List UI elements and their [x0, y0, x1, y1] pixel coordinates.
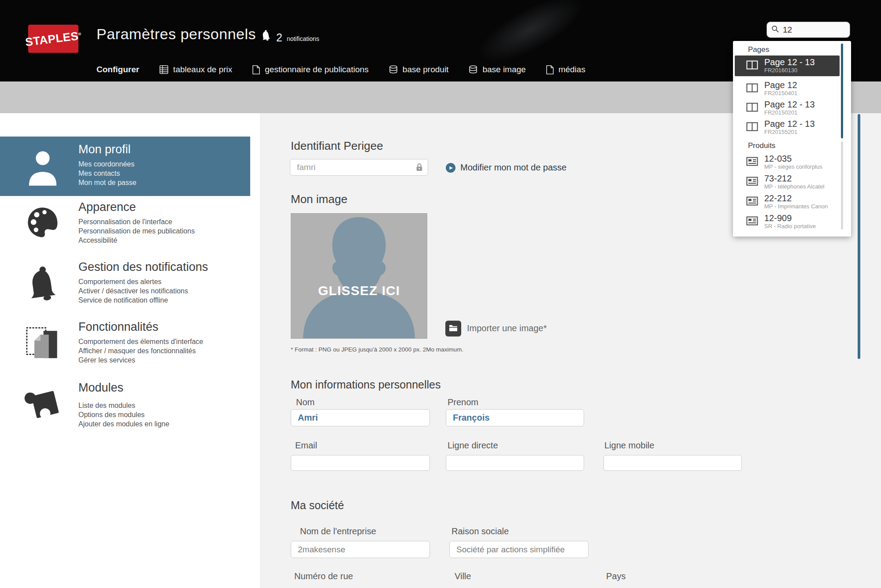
- search-result-product[interactable]: 12-035MP - sièges conforplus: [735, 152, 840, 172]
- dropzone-label: GLISSEZ ICI: [291, 283, 427, 298]
- nom-input[interactable]: [291, 409, 430, 426]
- avatar-silhouette: [295, 213, 423, 339]
- raison-sociale-label: Raison sociale: [452, 526, 509, 536]
- search-result-product[interactable]: 22-212MP - Imprimantes Canon: [735, 192, 840, 211]
- page: STAPLES® Paramètres personnels 2 notific…: [0, 0, 881, 588]
- prenom-input[interactable]: [446, 409, 584, 426]
- ligne-directe-input[interactable]: [446, 455, 584, 471]
- lock-icon: [415, 163, 423, 174]
- product-card-icon: [746, 196, 758, 207]
- identifiant-input[interactable]: [290, 159, 428, 176]
- prenom-label: Prenom: [448, 397, 478, 407]
- import-image-label[interactable]: Importer une image*: [467, 323, 547, 333]
- search-result-page[interactable]: Page 12FR20150401: [735, 79, 840, 98]
- email-label: Email: [295, 440, 317, 451]
- product-card-icon: [746, 177, 758, 188]
- ligne-mobile-input[interactable]: [603, 455, 742, 471]
- dropdown-section-produits: Produits: [748, 141, 775, 150]
- entreprise-input[interactable]: [291, 541, 430, 558]
- raison-sociale-input[interactable]: [449, 541, 589, 558]
- image-heading: Mon image: [291, 192, 348, 206]
- numero-rue-label: Numéro de rue: [294, 571, 353, 581]
- identifiant-heading: Identifiant Perigee: [291, 139, 383, 153]
- entreprise-label: Nom de l'entreprise: [300, 526, 376, 536]
- dropdown-scrollbar-thumb[interactable]: [841, 44, 843, 138]
- email-input[interactable]: [291, 455, 430, 471]
- page-spread-icon: [746, 103, 758, 114]
- folder-icon: [449, 324, 458, 333]
- ligne-mobile-label: Ligne mobile: [604, 440, 654, 451]
- identifiant-field: [290, 159, 428, 176]
- ville-label: Ville: [455, 571, 471, 581]
- search-result-page[interactable]: Page 12 - 13FR20150201: [735, 98, 840, 118]
- dropdown-scrollbar-track: [841, 141, 843, 229]
- pays-label: Pays: [606, 571, 626, 581]
- page-spread-icon: [746, 83, 758, 94]
- company-heading: Ma société: [291, 499, 344, 512]
- search-result-product[interactable]: 73-212MP - téléphones Alcatel: [735, 172, 840, 192]
- product-card-icon: [746, 157, 758, 168]
- import-image-button[interactable]: [445, 321, 461, 337]
- page-spread-icon: [746, 122, 758, 133]
- personal-info-heading: Mon informations personnelles: [291, 378, 440, 391]
- search-result-page[interactable]: Page 12 - 13FR20155201: [735, 118, 840, 137]
- product-card-icon: [746, 216, 758, 227]
- page-scrollbar[interactable]: [858, 114, 860, 359]
- image-dropzone[interactable]: GLISSEZ ICI: [291, 213, 427, 339]
- search-results-dropdown: Pages Page 12 - 13FR20160130 Page 12FR20…: [733, 41, 851, 237]
- play-circle-icon: ▶: [446, 163, 455, 173]
- search-result-page[interactable]: Page 12 - 13FR20160130: [735, 55, 840, 76]
- search-result-product[interactable]: 12-909SR - Radio portative: [735, 212, 840, 231]
- page-spread-icon: [746, 60, 758, 71]
- dropdown-section-pages: Pages: [748, 45, 769, 54]
- ligne-directe-label: Ligne directe: [448, 440, 498, 451]
- image-format-note: * Format : PNG ou JPEG jusqu'à 2000 x 20…: [291, 346, 463, 353]
- change-password-link[interactable]: ▶ Modifier mon mot de passe: [446, 163, 566, 173]
- nom-label: Nom: [296, 397, 315, 407]
